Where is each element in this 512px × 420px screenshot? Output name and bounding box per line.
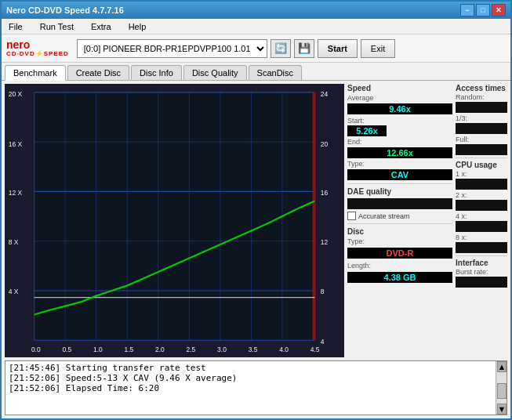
cpu-header: CPU usage (456, 161, 507, 169)
svg-text:4.5: 4.5 (310, 346, 320, 354)
cpu-x2-value (456, 200, 507, 211)
svg-text:0.5: 0.5 (62, 346, 71, 354)
title-bar: Nero CD-DVD Speed 4.7.7.16 − □ ✕ (2, 2, 510, 19)
speed-section: Average 9.46x Start: 5.26x End: 12.66x T… (347, 94, 452, 180)
tab-scan-disc[interactable]: ScanDisc (249, 65, 302, 80)
cpu-x4-value (456, 221, 507, 232)
svg-text:16: 16 (321, 188, 328, 197)
minimize-button[interactable]: − (460, 4, 474, 16)
full-value (456, 144, 507, 155)
cpu-x4-label: 4 x: (456, 212, 507, 220)
svg-text:8 X: 8 X (9, 237, 19, 246)
divider-4 (456, 255, 507, 256)
speed-start-value: 5.26x (347, 125, 387, 136)
svg-text:24: 24 (321, 90, 328, 99)
tab-benchmark[interactable]: Benchmark (5, 65, 66, 81)
accurate-stream-row: Accurate stream (347, 212, 452, 220)
tab-create-disc[interactable]: Create Disc (67, 65, 129, 80)
burst-rate-value (456, 277, 507, 288)
speed-avg-label: Average (347, 94, 452, 102)
svg-text:0.0: 0.0 (31, 346, 41, 354)
maximize-button[interactable]: □ (476, 4, 490, 16)
save-icon[interactable]: 💾 (294, 39, 314, 58)
disc-length-value: 4.38 GB (347, 272, 452, 283)
svg-text:4: 4 (321, 337, 325, 346)
dae-header: DAE quality (347, 187, 452, 196)
svg-text:12: 12 (321, 237, 328, 246)
divider-2 (347, 223, 452, 224)
scroll-thumb[interactable] (497, 383, 507, 399)
svg-text:16 X: 16 X (9, 139, 22, 148)
speed-avg-value: 9.46x (347, 103, 452, 114)
chart-and-right: 20 X 16 X 12 X 8 X 4 X 24 20 16 12 8 4 0… (2, 81, 510, 359)
svg-text:1.0: 1.0 (93, 346, 103, 354)
svg-text:20: 20 (321, 139, 328, 148)
accurate-stream-checkbox[interactable] (347, 212, 356, 220)
start-button[interactable]: Start (318, 39, 358, 58)
svg-text:4.0: 4.0 (279, 346, 289, 354)
cpu-x8-value (456, 242, 507, 253)
random-value (456, 102, 507, 113)
svg-text:4 X: 4 X (9, 288, 19, 296)
cpu-x1-label: 1 x: (456, 170, 507, 178)
divider-3 (456, 158, 507, 158)
title-bar-buttons: − □ ✕ (460, 4, 506, 16)
menu-bar: File Run Test Extra Help (2, 19, 510, 34)
accurate-stream-label: Accurate stream (358, 212, 410, 220)
disc-type-value: DVD-R (347, 248, 452, 259)
scroll-up-arrow[interactable]: ▲ (497, 361, 507, 372)
log-scrollbar[interactable]: ▲ ▼ (496, 361, 507, 415)
tab-disc-quality[interactable]: Disc Quality (183, 65, 247, 80)
one-third-value (456, 123, 507, 134)
chart-container: 20 X 16 X 12 X 8 X 4 X 24 20 16 12 8 4 0… (5, 84, 344, 357)
exit-button[interactable]: Exit (361, 39, 395, 58)
menu-run-test[interactable]: Run Test (36, 20, 78, 33)
disc-header: Disc (347, 227, 452, 236)
svg-text:3.5: 3.5 (249, 346, 258, 354)
close-button[interactable]: ✕ (492, 4, 506, 16)
speed-end-value: 12.66x (347, 147, 452, 158)
log-area: [21:45:46] Starting transfer rate test [… (5, 360, 507, 415)
dae-value (347, 198, 452, 209)
speed-header: Speed (347, 84, 452, 92)
menu-file[interactable]: File (5, 20, 27, 33)
nero-logo: nero CD·DVD⚡SPEED (6, 39, 69, 57)
disc-length-label: Length: (347, 262, 452, 270)
svg-text:1.5: 1.5 (124, 346, 133, 354)
cpu-x2-label: 2 x: (456, 191, 507, 199)
tabs: Benchmark Create Disc Disc Info Disc Qua… (2, 63, 510, 81)
speed-type-label: Type: (347, 160, 452, 168)
one-third-label: 1/3: (456, 114, 507, 122)
menu-help[interactable]: Help (125, 20, 151, 33)
full-label: Full: (456, 136, 507, 143)
svg-text:3.0: 3.0 (217, 346, 227, 354)
scroll-down-arrow[interactable]: ▼ (497, 404, 507, 415)
menu-extra[interactable]: Extra (87, 20, 115, 33)
log-line-2: [21:52:06] Speed:5-13 X CAV (9.46 X aver… (9, 373, 492, 383)
speed-end-label: End: (347, 138, 452, 146)
svg-text:20 X: 20 X (9, 90, 22, 99)
right-panel: Speed Average 9.46x Start: 5.26x End: 12… (346, 81, 456, 359)
refresh-icon[interactable]: 🔄 (271, 39, 291, 58)
svg-text:8: 8 (321, 288, 325, 296)
speed-start-end: Start: 5.26x (347, 117, 452, 136)
cpu-x8-label: 8 x: (456, 234, 507, 241)
svg-text:2.5: 2.5 (187, 346, 196, 354)
svg-text:2.0: 2.0 (155, 346, 165, 354)
disc-type-label: Type: (347, 237, 452, 245)
speed-type-value: CAV (347, 169, 452, 180)
nero-logo-subtitle: CD·DVD⚡SPEED (6, 50, 69, 57)
cpu-x1-value (456, 179, 507, 190)
log-content: [21:45:46] Starting transfer rate test [… (5, 361, 496, 415)
app-window: Nero CD-DVD Speed 4.7.7.16 − □ ✕ File Ru… (0, 0, 512, 420)
divider-1 (347, 183, 452, 184)
access-header: Access times (456, 84, 507, 92)
app-title: Nero CD-DVD Speed 4.7.7.16 (6, 5, 124, 15)
log-line-3: [21:52:06] Elapsed Time: 6:20 (9, 383, 492, 393)
burst-rate-label: Burst rate: (456, 268, 507, 276)
toolbar: nero CD·DVD⚡SPEED [0:0] PIONEER BDR-PR1E… (2, 34, 510, 63)
speed-start-label: Start: (347, 117, 387, 125)
right-panel-2: Access times Random: 1/3: Full: CPU usag… (456, 81, 510, 359)
drive-selector[interactable]: [0:0] PIONEER BDR-PR1EPDVPP100 1.01 (77, 39, 267, 58)
tab-disc-info[interactable]: Disc Info (131, 65, 182, 80)
